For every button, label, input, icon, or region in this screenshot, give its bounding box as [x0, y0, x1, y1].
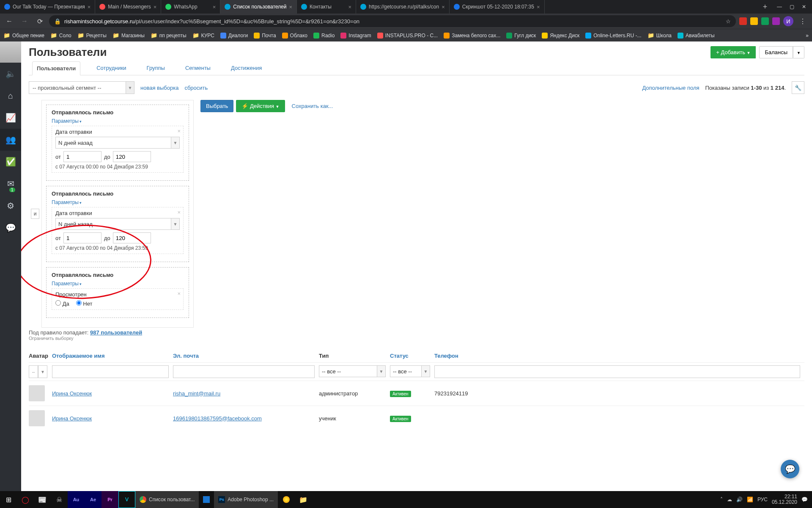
tray-cloud-icon[interactable]: ☁	[727, 497, 732, 502]
from-input[interactable]	[63, 151, 102, 162]
actions-button[interactable]: ⚡ Действия ▼	[236, 100, 285, 112]
remove-icon[interactable]: ×	[177, 209, 181, 215]
match-link[interactable]: 987 пользователей	[90, 329, 142, 336]
to-input[interactable]	[113, 151, 151, 162]
bookmark-item[interactable]: Online-Letters.RU -...	[585, 33, 641, 39]
tray-clock[interactable]: 22:11 05.12.2020	[772, 494, 797, 505]
chat-icon[interactable]: 💬	[0, 217, 21, 239]
filter-name[interactable]	[52, 365, 169, 378]
tab-achievements[interactable]: Достижения	[227, 61, 266, 75]
maximize-icon[interactable]: ▢	[790, 4, 794, 10]
wrench-button[interactable]: 🔧	[792, 81, 804, 94]
filter-type[interactable]: -- все --▼	[319, 365, 386, 377]
browser-tab[interactable]: Список пользователей×	[220, 0, 297, 14]
user-email-link[interactable]: risha_mint@mail.ru	[173, 390, 220, 397]
and-chip[interactable]: и	[31, 209, 40, 219]
sound-icon[interactable]: 🔈	[0, 63, 21, 85]
browser-tab[interactable]: Контакты×	[297, 0, 356, 14]
new-selection-link[interactable]: новая выборка	[140, 85, 178, 91]
user-name-link[interactable]: Ирина Оксенюк	[52, 390, 92, 397]
ae-icon[interactable]: Ae	[85, 491, 102, 508]
reload-button[interactable]: ⟳	[34, 17, 46, 25]
col-status[interactable]: Статус	[390, 353, 434, 359]
radio-no[interactable]: Нет	[76, 300, 93, 307]
from-input[interactable]	[63, 232, 102, 243]
forward-button[interactable]: →	[19, 17, 30, 25]
bookmarks-overflow[interactable]: »	[806, 33, 809, 39]
filter-phone[interactable]	[434, 365, 800, 378]
browser-tab[interactable]: Our Talk Today — Презентация×	[0, 0, 95, 14]
bookmark-item[interactable]: 📁Общее пение	[3, 32, 44, 39]
avatar-filter-caret[interactable]: ▼	[38, 365, 47, 378]
extension-icon[interactable]	[761, 17, 769, 25]
browser-tab[interactable]: Скриншот 05-12-2020 18:07:35×	[450, 0, 545, 14]
chart-icon[interactable]: 📈	[0, 107, 21, 129]
tray-network-icon[interactable]: 📶	[747, 497, 753, 502]
tray-notifications-icon[interactable]: 💬	[801, 497, 808, 502]
remove-icon[interactable]: ×	[177, 128, 181, 134]
bookmark-item[interactable]: 📁Школа	[647, 32, 672, 39]
extension-icon[interactable]	[772, 17, 780, 25]
close-tab-icon[interactable]: ×	[442, 4, 445, 10]
bookmark-item[interactable]: Почта	[254, 33, 276, 39]
home-icon[interactable]: ⌂	[0, 85, 21, 107]
au-icon[interactable]: Au	[68, 491, 85, 508]
limit-selection-link[interactable]: Ограничить выборку	[29, 336, 804, 341]
taskbar-orange-icon[interactable]	[278, 491, 295, 508]
col-type[interactable]: Тип	[319, 353, 390, 359]
explorer-icon[interactable]: 📁	[295, 491, 312, 508]
bookmark-item[interactable]: Замена белого сах...	[444, 33, 500, 39]
params-toggle[interactable]: Параметры	[52, 199, 184, 205]
balances-button[interactable]: Балансы	[759, 46, 793, 58]
bookmark-item[interactable]: 📁Магазины	[112, 32, 145, 39]
bookmark-item[interactable]: Гугл диск	[506, 33, 536, 39]
taskbar-app[interactable]	[199, 491, 214, 508]
select-button[interactable]: Выбрать	[200, 100, 233, 112]
bookmark-item[interactable]: Авиабилеты	[678, 33, 715, 39]
bookmark-item[interactable]: 📁Рецепты	[77, 32, 107, 39]
bookmark-item[interactable]: 📁КУРС	[192, 32, 214, 39]
pr-icon[interactable]: Pr	[102, 491, 118, 508]
close-tab-icon[interactable]: ×	[537, 4, 540, 10]
avatar[interactable]	[29, 385, 45, 401]
avatar-filter-value[interactable]: --	[29, 365, 38, 378]
chevron-down-icon[interactable]: ▼	[126, 82, 134, 94]
extension-icon[interactable]	[750, 17, 758, 25]
col-name[interactable]: Отображаемое имя	[52, 353, 173, 359]
bookmark-star-icon[interactable]: ☆	[726, 18, 731, 25]
close-tab-icon[interactable]: ×	[213, 4, 216, 10]
filter-status[interactable]: -- все --▼	[390, 365, 430, 377]
segment-select[interactable]: -- произвольный сегмент -- ▼	[29, 81, 134, 94]
tray-volume-icon[interactable]: 🔊	[736, 497, 743, 502]
skull-icon[interactable]: ☠	[51, 491, 68, 508]
date-mode-select[interactable]: N дней назад▼	[55, 137, 180, 149]
tray-chevron-icon[interactable]: ˄	[720, 497, 723, 502]
menu-button[interactable]: ⋮	[797, 17, 809, 25]
back-button[interactable]: ←	[3, 17, 15, 25]
tab-employees[interactable]: Сотрудники	[92, 61, 130, 75]
user-name-link[interactable]: Ирина Оксенюк	[52, 415, 92, 422]
bookmark-item[interactable]: Яндекс Диск	[542, 33, 579, 39]
close-tab-icon[interactable]: ×	[289, 4, 292, 10]
col-email[interactable]: Эл. почта	[173, 353, 319, 359]
close-tab-icon[interactable]: ×	[154, 4, 157, 10]
v-icon[interactable]: V	[118, 491, 135, 508]
reset-link[interactable]: сбросить	[184, 85, 208, 91]
avatar[interactable]	[29, 410, 45, 426]
gear-icon[interactable]: ⚙	[0, 195, 21, 217]
to-input[interactable]	[113, 232, 151, 243]
radio-yes[interactable]: Да	[55, 300, 69, 307]
extension-icon[interactable]	[739, 17, 747, 25]
tab-users[interactable]: Пользователи	[32, 61, 80, 75]
taskbar-chrome[interactable]: Список пользоват...	[135, 491, 199, 508]
browser-tab[interactable]: Main / Messengers×	[95, 0, 161, 14]
user-photo[interactable]	[0, 41, 21, 63]
minimize-icon[interactable]: —	[777, 4, 782, 10]
user-email-link[interactable]: 1696198013867595@facebook.com	[173, 415, 262, 422]
add-button[interactable]: + Добавить ▼	[710, 46, 756, 58]
bookmark-item[interactable]: 📁пп рецепты	[151, 32, 187, 39]
close-icon[interactable]: ✕	[802, 4, 806, 10]
window-controls[interactable]: — ▢ ✕	[771, 4, 812, 10]
date-mode-select[interactable]: N дней назад▼	[55, 218, 180, 230]
params-toggle[interactable]: Параметры	[52, 118, 184, 124]
